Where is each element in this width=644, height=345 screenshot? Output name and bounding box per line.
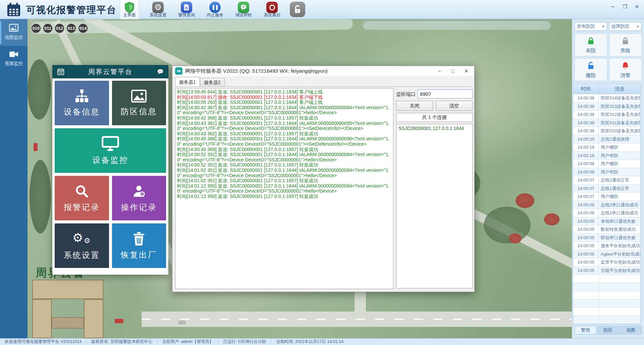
minimize-button[interactable]: − <box>608 3 617 11</box>
cell-message: 用户撤防 <box>599 160 640 168</box>
table-row[interactable]: 14:00:38 防区011设备丢失故障 <box>573 119 640 127</box>
table-row[interactable] <box>573 316 640 324</box>
zone-badge[interactable]: 010 <box>31 23 41 33</box>
toolbar-debug-help[interactable]: # 调试帮助 <box>234 0 253 19</box>
tile-device-monitor[interactable]: 设备监控 <box>55 128 166 173</box>
server-log-textbox[interactable]: 时间[13:59:45 644] 发送: SSJC00000001 [127.0… <box>175 88 393 289</box>
table-row[interactable]: 14:00:07 用户撤防 <box>573 193 640 201</box>
listen-port-input[interactable] <box>418 89 473 98</box>
svg-text:#: # <box>243 5 245 9</box>
restore-button[interactable]: ❐ <box>621 3 629 11</box>
toolbar-system-settings[interactable]: ⚙ 系统设置 <box>148 0 168 19</box>
tile-factory-reset[interactable]: 恢复出厂 <box>112 223 166 268</box>
close-button[interactable]: ✕ <box>633 3 641 11</box>
table-row[interactable]: 14:00:08 用户撤防 <box>573 160 640 168</box>
toolbar-system-restart[interactable]: 系统重启 <box>262 0 282 19</box>
table-row[interactable]: 14:00:38 防区013设备丢失故障 <box>573 102 640 111</box>
table-row[interactable]: 14:00:07 总线1通信正常 <box>573 185 640 193</box>
status-current-time: 当前时间: 2021年11月17日 14:01:14 <box>271 339 348 345</box>
connection-item[interactable]: SSJC00000001 127.0.0.1:1844 <box>398 126 470 131</box>
tab-zones[interactable]: 防区 <box>597 326 619 334</box>
table-row[interactable]: 14:00:05 联动串口通信失败 <box>573 234 640 242</box>
chat-bubble-icon[interactable] <box>157 69 164 75</box>
cell-message: 总线2串口通信成功 <box>599 201 640 209</box>
unlock-icon <box>290 2 305 17</box>
tile-alarm-records[interactable]: 报警记录 <box>55 176 109 220</box>
sidebar-item-video-monitor[interactable]: 视频监控 <box>0 46 28 73</box>
table-row[interactable] <box>573 307 640 316</box>
all-zones-dropdown[interactable]: 所有防区 ▼ <box>575 22 607 31</box>
map-car-gray <box>178 321 186 325</box>
sidebar-item-label: 地图监控 <box>0 34 28 41</box>
disarm-button[interactable]: 撤防 <box>575 58 607 81</box>
table-row[interactable]: 14:00:05 监管平台初始化成功 <box>573 258 640 267</box>
left-sidebar: 地图监控 视频监控 <box>0 19 28 338</box>
cell-time <box>573 307 599 316</box>
cell-message <box>599 299 640 307</box>
tile-label: 设备监控 <box>92 155 128 165</box>
toolbar-alarm-query[interactable]: 警情查询 <box>177 0 196 19</box>
table-row[interactable]: 14:00:19 用户撤防 <box>573 143 640 152</box>
tab-alarms[interactable]: 警情 <box>575 326 596 334</box>
clear-log-button[interactable]: 清空 <box>436 101 473 111</box>
toolbar-stop-service[interactable]: 停止服务 <box>205 0 225 19</box>
log-line: 时间[14:01:02 351] 发送: SSJC00000001 [127.0… <box>177 168 391 178</box>
table-row[interactable]: 14:00:18 用户布防 <box>573 152 640 160</box>
dialog-close-button[interactable]: ✕ <box>460 66 473 76</box>
dialog-maximize-button[interactable]: □ <box>446 66 460 76</box>
zone-badge[interactable]: 014 <box>78 23 88 33</box>
sidebar-item-map-monitor[interactable]: 地图监控 <box>0 19 28 46</box>
table-row[interactable] <box>573 283 640 291</box>
table-row[interactable]: 14:00:38 防区010设备丢失故障 <box>573 127 640 135</box>
dialog-titlebar[interactable]: ∞ 网络中转服务器 V2022 (QQ: 517216493 WX: feiya… <box>172 66 474 76</box>
table-row[interactable]: 14:00:05 总线2串口通信成功 <box>573 201 640 209</box>
cell-time: 14:00:05 <box>573 242 599 250</box>
tab-server1[interactable]: 服务器1 <box>175 77 200 86</box>
close-server-button[interactable]: 关闭 <box>396 101 433 111</box>
table-row[interactable]: 14:00:05 云端平台初始化成功 <box>573 267 640 275</box>
all-zones-value: 所有防区 <box>577 24 595 29</box>
perimeter-cloud-panel: 周界云警平台 设备信息 <box>52 65 168 275</box>
bypass-button[interactable]: 旁路 <box>609 33 642 56</box>
table-row[interactable]: 14:00:38 防区014设备丢失故障 <box>573 94 640 102</box>
map-tree-cluster <box>30 160 51 233</box>
arm-button[interactable]: 布防 <box>575 33 607 56</box>
silence-alarm-button[interactable]: 消警 <box>609 58 642 81</box>
table-row[interactable]: 14:00:20 总线2通信故障 <box>573 135 640 144</box>
zone-badge[interactable]: 013 <box>66 23 76 33</box>
dialog-minimize-button[interactable]: − <box>433 66 446 76</box>
listen-port-label: 监听端口 <box>396 91 416 97</box>
tile-system-settings[interactable]: ⚙ ⚙ 系统设置 <box>55 223 109 268</box>
table-row[interactable]: 14:00:05 本地串口通信失败 <box>573 217 640 226</box>
table-row[interactable] <box>573 291 640 299</box>
image-icon <box>131 89 147 103</box>
tile-zone-info[interactable]: 防区信息 <box>112 81 166 125</box>
zone-badge[interactable]: 012 <box>54 23 65 33</box>
tab-map[interactable]: 地图 <box>620 326 642 334</box>
table-row[interactable] <box>573 275 640 283</box>
table-row[interactable]: 14:00:38 防区012设备丢失故障 <box>573 111 640 119</box>
cell-time <box>573 283 599 291</box>
table-row[interactable]: 14:00:05 Agbox平台初始化成功 <box>573 250 640 259</box>
map-building <box>84 299 103 338</box>
table-row[interactable]: 14:00:05 数据转发通信成功 <box>573 225 640 234</box>
map-building <box>32 299 52 338</box>
tile-operation-records[interactable]: 操作记录 <box>112 176 166 220</box>
map-flowering-tree <box>509 233 522 244</box>
zone-badge[interactable]: 011 <box>43 23 53 33</box>
tab-server2[interactable]: 服务器2 <box>200 78 225 86</box>
cell-time: 14:00:05 <box>573 217 599 225</box>
toolbar-main-screen[interactable]: 主界面 <box>120 0 139 19</box>
table-row[interactable]: 14:00:07 总线2通信正常 <box>573 176 640 185</box>
tile-device-info[interactable]: 设备信息 <box>55 81 109 125</box>
table-row[interactable] <box>573 299 640 308</box>
table-row[interactable]: 14:00:05 服务平台初始化成功 <box>573 242 640 250</box>
fault-zones-dropdown[interactable]: 故障防区 ▼ <box>609 22 642 31</box>
table-row[interactable]: 14:00:05 总线1串口通信成功 <box>573 209 640 217</box>
sidebar-item-label: 视频监控 <box>0 61 28 67</box>
gears-icon: ⚙ ⚙ <box>72 231 92 247</box>
connection-list[interactable]: SSJC00000001 127.0.0.1:1844 <box>396 124 473 288</box>
table-row[interactable]: 14:00:08 用户布防 <box>573 168 640 177</box>
toolbar-lock[interactable] <box>288 0 307 19</box>
bell-icon <box>621 61 630 70</box>
